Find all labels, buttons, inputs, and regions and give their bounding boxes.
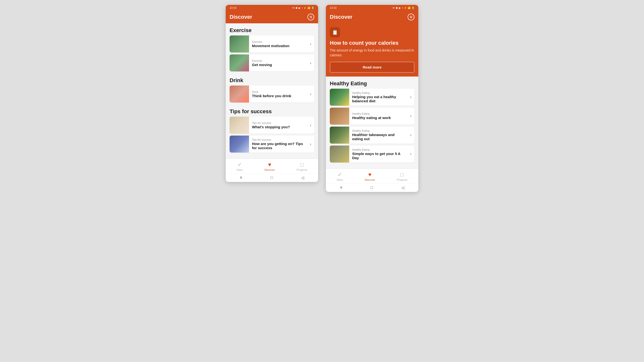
section-heading-tips: Tips for success: [226, 104, 318, 117]
list-item-eating-at-work[interactable]: Healthy Eating Healthy eating at work ›: [330, 108, 414, 125]
discover-label-left: Discover: [264, 168, 275, 171]
text-5-a-day: Healthy Eating Simple ways to get your 5…: [349, 146, 407, 162]
text-get-moving: Exercise Get moving: [249, 57, 307, 69]
section-tips: Tips for success Tips for success What's…: [226, 104, 318, 153]
category-balanced-diet: Healthy Eating: [352, 91, 404, 94]
left-phone: 13:10 ✉ ⏺ ▶ • ⚡ 📶 🔋 Discover ⚙ Exercise: [226, 5, 318, 182]
category-think-before-drink: Drink: [252, 90, 304, 93]
hero-icon: 📋: [332, 29, 338, 35]
text-think-before-drink: Drink Think before you drink: [249, 88, 307, 100]
android-home-left[interactable]: □: [270, 175, 273, 180]
app-header-right: Discover ⚙: [326, 11, 418, 23]
chevron-5-a-day: ›: [407, 151, 414, 156]
hero-icon-wrapper: 📋: [330, 27, 340, 37]
chevron-takeaways: ›: [407, 132, 414, 137]
list-item-5-a-day[interactable]: Healthy Eating Simple ways to get your 5…: [330, 146, 414, 163]
section-heading-healthy-eating: Healthy Eating: [326, 76, 418, 89]
title-balanced-diet: Helping you eat a healthy balanced diet: [352, 95, 404, 103]
list-item-get-moving[interactable]: Exercise Get moving ›: [230, 54, 314, 71]
chevron-balanced-diet: ›: [407, 94, 414, 100]
android-menu-left[interactable]: ≡: [240, 175, 242, 180]
text-balanced-diet: Healthy Eating Helping you eat a healthy…: [349, 89, 407, 105]
status-time-left: 13:10: [230, 6, 236, 9]
category-movement-motivation: Exercise: [252, 40, 304, 43]
app-title-right: Discover: [330, 14, 352, 20]
android-nav-right: ≡ □ ◁: [326, 183, 418, 192]
status-bar-right: 13:10 ✉ ⏺ ▶ • ⚡ 📶 🔋: [326, 5, 418, 11]
nav-diary-left[interactable]: ✓ Diary: [232, 161, 248, 172]
discover-label-right: Discover: [364, 178, 375, 181]
android-menu-right[interactable]: ≡: [340, 185, 342, 190]
image-5-a-day: [330, 146, 349, 163]
section-heading-drink: Drink: [226, 73, 318, 85]
settings-button-right[interactable]: ⚙: [408, 13, 414, 20]
status-icons-right: ✉ ⏺ ▶ • ⚡ 📶 🔋: [392, 6, 414, 9]
diary-label-left: Diary: [237, 168, 243, 171]
title-think-before-drink: Think before you drink: [252, 94, 304, 98]
chevron-tips-success: ›: [307, 142, 314, 147]
list-item-movement-motivation[interactable]: Exercise Movement motivation ›: [230, 35, 314, 52]
title-get-moving: Get moving: [252, 63, 304, 67]
title-takeaways: Healthier takeaways and eating out: [352, 133, 404, 141]
category-stopping-you: Tips for success: [252, 121, 304, 124]
bottom-nav-right: ✓ Diary ♥ Discover □ Progress: [326, 168, 418, 183]
progress-label-right: Progress: [397, 178, 407, 181]
nav-progress-right[interactable]: □ Progress: [392, 171, 412, 182]
right-phone: 13:10 ✉ ⏺ ▶ • ⚡ 📶 🔋 Discover ⚙ 📋 How to …: [326, 5, 418, 192]
nav-diary-right[interactable]: ✓ Diary: [332, 171, 348, 182]
section-exercise: Exercise Exercise Movement motivation › …: [226, 23, 318, 71]
progress-icon-left: □: [300, 162, 304, 168]
status-bar-left: 13:10 ✉ ⏺ ▶ • ⚡ 📶 🔋: [226, 5, 318, 11]
hero-card: 📋 How to count your calories The amount …: [326, 23, 418, 76]
title-5-a-day: Simple ways to get your 5 A Day: [352, 152, 404, 160]
android-back-left[interactable]: ◁: [301, 175, 304, 180]
chevron-stopping-you: ›: [307, 123, 314, 128]
title-eating-at-work: Healthy eating at work: [352, 116, 404, 120]
content-area-right: 📋 How to count your calories The amount …: [326, 23, 418, 168]
category-tips-success: Tips for success: [252, 138, 304, 141]
image-eating-at-work: [330, 108, 349, 125]
section-heading-exercise: Exercise: [226, 23, 318, 35]
diary-icon-right: ✓: [338, 172, 342, 178]
nav-discover-left[interactable]: ♥ Discover: [260, 161, 280, 172]
gear-icon-right: ⚙: [410, 15, 413, 19]
read-more-button[interactable]: Read more: [330, 62, 414, 73]
nav-progress-left[interactable]: □ Progress: [292, 161, 312, 172]
title-movement-motivation: Movement motivation: [252, 44, 304, 48]
image-think-before-drink: [230, 85, 249, 102]
chevron-movement-motivation: ›: [307, 41, 314, 47]
android-home-right[interactable]: □: [371, 185, 373, 190]
text-eating-at-work: Healthy Eating Healthy eating at work: [349, 110, 407, 122]
image-tips-success: [230, 136, 249, 153]
image-balanced-diet: [330, 89, 349, 106]
category-eating-at-work: Healthy Eating: [352, 112, 404, 115]
title-tips-success: How are you getting on? Tips for success: [252, 142, 304, 150]
diary-icon-left: ✓: [237, 162, 242, 168]
image-get-moving: [230, 54, 249, 71]
settings-button-left[interactable]: ⚙: [308, 13, 314, 20]
android-nav-left: ≡ □ ◁: [226, 173, 318, 182]
status-icons-left: ✉ ⏺ ▶ • ⚡ 📶 🔋: [292, 6, 314, 9]
chevron-think-before-drink: ›: [307, 92, 314, 97]
list-item-takeaways[interactable]: Healthy Eating Healthier takeaways and e…: [330, 127, 414, 144]
category-5-a-day: Healthy Eating: [352, 148, 404, 151]
list-item-tips-success[interactable]: Tips for success How are you getting on?…: [230, 136, 314, 153]
list-item-think-before-drink[interactable]: Drink Think before you drink ›: [230, 85, 314, 102]
app-header-left: Discover ⚙: [226, 11, 318, 23]
android-back-right[interactable]: ◁: [401, 185, 404, 190]
status-time-right: 13:10: [330, 6, 336, 9]
chevron-eating-at-work: ›: [407, 113, 414, 119]
list-item-balanced-diet[interactable]: Healthy Eating Helping you eat a healthy…: [330, 89, 414, 106]
text-tips-success: Tips for success How are you getting on?…: [249, 136, 307, 152]
text-takeaways: Healthy Eating Healthier takeaways and e…: [349, 127, 407, 143]
progress-icon-right: □: [400, 172, 404, 178]
hero-subtitle: The amount of energy in food and drinks …: [330, 48, 414, 57]
section-drink: Drink Drink Think before you drink ›: [226, 73, 318, 102]
category-get-moving: Exercise: [252, 59, 304, 62]
chevron-get-moving: ›: [307, 60, 314, 66]
progress-label-left: Progress: [296, 168, 307, 171]
hero-title: How to count your calories: [330, 40, 414, 46]
list-item-stopping-you[interactable]: Tips for success What's stopping you? ›: [230, 117, 314, 134]
image-takeaways: [330, 127, 349, 144]
nav-discover-right[interactable]: ♥ Discover: [360, 171, 380, 182]
